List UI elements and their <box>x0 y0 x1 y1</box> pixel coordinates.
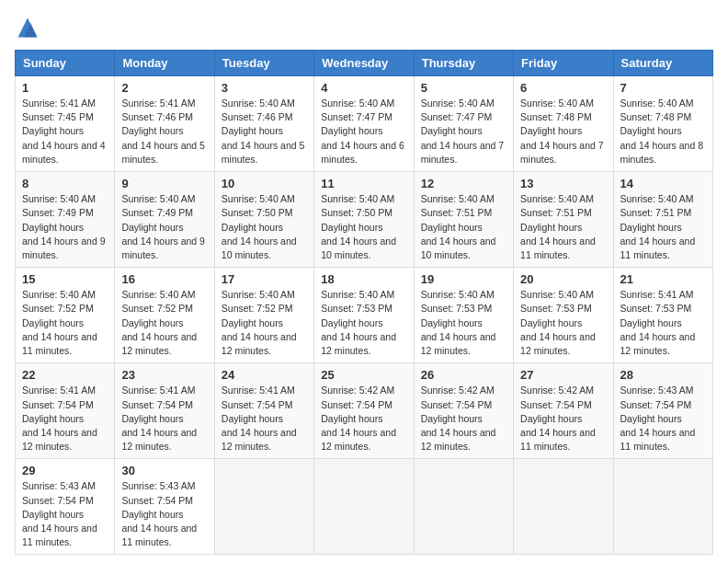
day-info: Sunrise: 5:42 AMSunset: 7:54 PMDaylight … <box>421 384 506 454</box>
day-number: 7 <box>620 81 706 95</box>
day-info: Sunrise: 5:42 AMSunset: 7:54 PMDaylight … <box>321 384 406 454</box>
day-number: 21 <box>620 272 706 286</box>
calendar-day-cell: 25Sunrise: 5:42 AMSunset: 7:54 PMDayligh… <box>314 363 414 459</box>
calendar-day-cell: 22Sunrise: 5:41 AMSunset: 7:54 PMDayligh… <box>16 363 115 459</box>
day-info: Sunrise: 5:40 AMSunset: 7:46 PMDaylight … <box>222 97 307 167</box>
calendar-day-cell: 5Sunrise: 5:40 AMSunset: 7:47 PMDaylight… <box>414 76 513 172</box>
calendar-day-cell <box>314 459 414 555</box>
day-number: 27 <box>520 368 606 382</box>
calendar-day-cell: 1Sunrise: 5:41 AMSunset: 7:45 PMDaylight… <box>16 76 115 172</box>
day-number: 26 <box>421 368 506 382</box>
day-number: 24 <box>222 368 307 382</box>
day-number: 10 <box>222 177 307 190</box>
day-info: Sunrise: 5:40 AMSunset: 7:52 PMDaylight … <box>22 288 108 358</box>
calendar-day-cell: 27Sunrise: 5:42 AMSunset: 7:54 PMDayligh… <box>514 363 613 459</box>
calendar-day-cell: 18Sunrise: 5:40 AMSunset: 7:53 PMDayligh… <box>314 268 414 363</box>
day-number: 9 <box>121 177 207 190</box>
calendar-day-cell: 6Sunrise: 5:40 AMSunset: 7:48 PMDaylight… <box>514 76 613 172</box>
day-number: 1 <box>22 81 108 95</box>
calendar-week-row: 8Sunrise: 5:40 AMSunset: 7:49 PMDaylight… <box>16 172 713 268</box>
calendar-week-row: 22Sunrise: 5:41 AMSunset: 7:54 PMDayligh… <box>16 363 713 459</box>
calendar-week-row: 1Sunrise: 5:41 AMSunset: 7:45 PMDaylight… <box>16 76 713 172</box>
day-info: Sunrise: 5:43 AMSunset: 7:54 PMDaylight … <box>620 384 706 454</box>
day-info: Sunrise: 5:40 AMSunset: 7:53 PMDaylight … <box>321 288 406 358</box>
day-info: Sunrise: 5:43 AMSunset: 7:54 PMDaylight … <box>121 479 207 549</box>
day-number: 23 <box>121 368 207 382</box>
calendar-day-cell: 14Sunrise: 5:40 AMSunset: 7:51 PMDayligh… <box>613 172 712 268</box>
day-info: Sunrise: 5:40 AMSunset: 7:52 PMDaylight … <box>121 288 207 358</box>
day-info: Sunrise: 5:40 AMSunset: 7:47 PMDaylight … <box>421 97 506 167</box>
calendar-day-cell: 3Sunrise: 5:40 AMSunset: 7:46 PMDaylight… <box>214 76 313 172</box>
calendar-header-cell: Wednesday <box>314 51 414 76</box>
calendar-week-row: 15Sunrise: 5:40 AMSunset: 7:52 PMDayligh… <box>16 268 713 363</box>
calendar-day-cell <box>514 459 613 555</box>
day-number: 18 <box>321 272 406 286</box>
day-info: Sunrise: 5:40 AMSunset: 7:51 PMDaylight … <box>421 192 506 262</box>
calendar-day-cell: 9Sunrise: 5:40 AMSunset: 7:49 PMDaylight… <box>115 172 214 268</box>
day-number: 11 <box>321 177 406 190</box>
day-number: 29 <box>22 464 108 477</box>
calendar-header-cell: Monday <box>115 51 214 76</box>
calendar-day-cell: 2Sunrise: 5:41 AMSunset: 7:46 PMDaylight… <box>115 76 214 172</box>
day-number: 4 <box>321 81 406 95</box>
day-info: Sunrise: 5:40 AMSunset: 7:51 PMDaylight … <box>620 192 706 262</box>
calendar-day-cell <box>214 459 313 555</box>
day-number: 6 <box>520 81 606 95</box>
day-info: Sunrise: 5:41 AMSunset: 7:46 PMDaylight … <box>121 97 207 167</box>
day-info: Sunrise: 5:43 AMSunset: 7:54 PMDaylight … <box>22 479 108 549</box>
calendar-day-cell: 15Sunrise: 5:40 AMSunset: 7:52 PMDayligh… <box>16 268 115 363</box>
day-number: 19 <box>421 272 506 286</box>
logo <box>15 15 44 40</box>
calendar-day-cell: 16Sunrise: 5:40 AMSunset: 7:52 PMDayligh… <box>115 268 214 363</box>
calendar-day-cell <box>613 459 712 555</box>
day-info: Sunrise: 5:40 AMSunset: 7:50 PMDaylight … <box>222 192 307 262</box>
day-info: Sunrise: 5:41 AMSunset: 7:54 PMDaylight … <box>121 384 207 454</box>
day-info: Sunrise: 5:40 AMSunset: 7:53 PMDaylight … <box>520 288 606 358</box>
calendar-header-cell: Saturday <box>613 51 712 76</box>
calendar-day-cell: 12Sunrise: 5:40 AMSunset: 7:51 PMDayligh… <box>414 172 513 268</box>
day-info: Sunrise: 5:40 AMSunset: 7:48 PMDaylight … <box>520 97 606 167</box>
calendar-header-cell: Tuesday <box>214 51 313 76</box>
calendar-day-cell: 4Sunrise: 5:40 AMSunset: 7:47 PMDaylight… <box>314 76 414 172</box>
calendar-header-cell: Thursday <box>414 51 513 76</box>
calendar-day-cell: 13Sunrise: 5:40 AMSunset: 7:51 PMDayligh… <box>514 172 613 268</box>
day-info: Sunrise: 5:40 AMSunset: 7:53 PMDaylight … <box>421 288 506 358</box>
day-number: 16 <box>121 272 207 286</box>
calendar-day-cell: 26Sunrise: 5:42 AMSunset: 7:54 PMDayligh… <box>414 363 513 459</box>
calendar-day-cell: 19Sunrise: 5:40 AMSunset: 7:53 PMDayligh… <box>414 268 513 363</box>
day-info: Sunrise: 5:40 AMSunset: 7:47 PMDaylight … <box>321 97 406 167</box>
calendar-day-cell: 11Sunrise: 5:40 AMSunset: 7:50 PMDayligh… <box>314 172 414 268</box>
calendar-day-cell <box>414 459 513 555</box>
calendar-day-cell: 28Sunrise: 5:43 AMSunset: 7:54 PMDayligh… <box>613 363 712 459</box>
day-number: 20 <box>520 272 606 286</box>
day-info: Sunrise: 5:40 AMSunset: 7:49 PMDaylight … <box>121 192 207 262</box>
calendar-day-cell: 21Sunrise: 5:41 AMSunset: 7:53 PMDayligh… <box>613 268 712 363</box>
day-number: 3 <box>222 81 307 95</box>
calendar-day-cell: 8Sunrise: 5:40 AMSunset: 7:49 PMDaylight… <box>16 172 115 268</box>
calendar-header-cell: Friday <box>514 51 613 76</box>
calendar-day-cell: 23Sunrise: 5:41 AMSunset: 7:54 PMDayligh… <box>115 363 214 459</box>
day-number: 8 <box>22 177 108 190</box>
day-info: Sunrise: 5:41 AMSunset: 7:54 PMDaylight … <box>222 384 307 454</box>
day-number: 17 <box>222 272 307 286</box>
day-number: 15 <box>22 272 108 286</box>
day-number: 28 <box>620 368 706 382</box>
day-info: Sunrise: 5:42 AMSunset: 7:54 PMDaylight … <box>520 384 606 454</box>
calendar-day-cell: 7Sunrise: 5:40 AMSunset: 7:48 PMDaylight… <box>613 76 712 172</box>
calendar-day-cell: 24Sunrise: 5:41 AMSunset: 7:54 PMDayligh… <box>214 363 313 459</box>
day-number: 13 <box>520 177 606 190</box>
logo-icon <box>15 15 40 40</box>
day-number: 22 <box>22 368 108 382</box>
day-number: 5 <box>421 81 506 95</box>
day-info: Sunrise: 5:41 AMSunset: 7:54 PMDaylight … <box>22 384 108 454</box>
calendar-day-cell: 30Sunrise: 5:43 AMSunset: 7:54 PMDayligh… <box>115 459 214 555</box>
day-info: Sunrise: 5:40 AMSunset: 7:51 PMDaylight … <box>520 192 606 262</box>
day-info: Sunrise: 5:41 AMSunset: 7:45 PMDaylight … <box>22 97 108 167</box>
day-number: 25 <box>321 368 406 382</box>
calendar-day-cell: 17Sunrise: 5:40 AMSunset: 7:52 PMDayligh… <box>214 268 313 363</box>
day-number: 14 <box>620 177 706 190</box>
calendar-body: 1Sunrise: 5:41 AMSunset: 7:45 PMDaylight… <box>16 76 713 555</box>
page-header <box>15 15 713 40</box>
calendar-day-cell: 29Sunrise: 5:43 AMSunset: 7:54 PMDayligh… <box>16 459 115 555</box>
day-info: Sunrise: 5:40 AMSunset: 7:48 PMDaylight … <box>620 97 706 167</box>
